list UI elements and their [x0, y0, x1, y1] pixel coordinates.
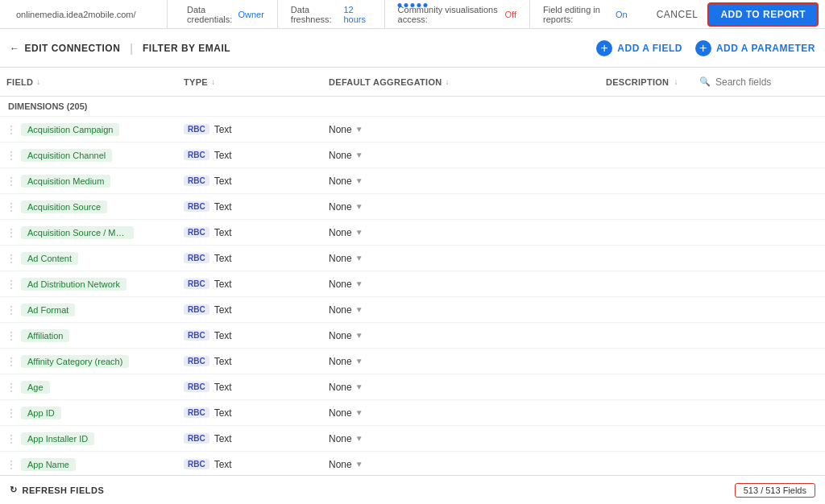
field-tag[interactable]: App Installer ID	[21, 432, 94, 445]
type-badge: RBC	[184, 304, 209, 315]
agg-cell[interactable]: None ▼	[329, 382, 657, 393]
add-report-button[interactable]: ADD TO REPORT	[707, 2, 819, 27]
field-cell: ⋮ Affinity Category (reach)	[6, 355, 184, 368]
agg-cell[interactable]: None ▼	[329, 356, 657, 367]
agg-cell[interactable]: None ▼	[329, 124, 657, 135]
field-tag[interactable]: Acquisition Campaign	[21, 123, 119, 136]
field-cell: ⋮ Acquisition Source	[6, 200, 184, 213]
field-cell: ⋮ App Name	[6, 458, 184, 471]
agg-cell[interactable]: None ▼	[329, 459, 657, 470]
type-badge: RBC	[184, 279, 209, 289]
credentials-meta: Data credentials: Owner	[174, 0, 278, 29]
table-row: ⋮ Acquisition Campaign RBC Text None ▼	[0, 117, 825, 143]
drag-icon[interactable]: ⋮	[6, 253, 16, 264]
type-cell: RBC Text	[184, 227, 329, 238]
drag-icon[interactable]: ⋮	[6, 227, 16, 238]
field-tag[interactable]: Ad Distribution Network	[21, 278, 126, 291]
type-cell: RBC Text	[184, 433, 329, 444]
drag-icon[interactable]: ⋮	[6, 330, 16, 341]
agg-cell[interactable]: None ▼	[329, 227, 657, 238]
agg-value: None	[329, 407, 352, 419]
table-row: ⋮ Acquisition Source / Medi... RBC Text …	[0, 220, 825, 246]
agg-cell[interactable]: None ▼	[329, 253, 657, 264]
field-tag[interactable]: Ad Content	[21, 252, 78, 265]
field-tag[interactable]: Acquisition Medium	[21, 175, 110, 188]
type-cell: RBC Text	[184, 382, 329, 393]
separator: |	[130, 42, 133, 55]
cancel-button[interactable]: CANCEL	[647, 0, 708, 29]
field-tag[interactable]: Affinity Category (reach)	[21, 355, 129, 368]
credentials-value[interactable]: Owner	[238, 10, 263, 19]
agg-col-label: Default Aggregation	[329, 77, 442, 87]
drag-icon[interactable]: ⋮	[6, 459, 16, 470]
type-badge: RBC	[184, 382, 209, 392]
drag-icon[interactable]: ⋮	[6, 124, 16, 135]
dropdown-arrow-icon: ▼	[355, 460, 363, 469]
field-col-header[interactable]: Field ↓	[6, 77, 184, 87]
field-tag[interactable]: Ad Format	[21, 304, 75, 316]
back-button[interactable]: ← EDIT CONNECTION	[10, 43, 120, 54]
drag-icon[interactable]: ⋮	[6, 382, 16, 393]
agg-cell[interactable]: None ▼	[329, 330, 657, 341]
search-input[interactable]	[715, 76, 812, 88]
drag-icon[interactable]: ⋮	[6, 433, 16, 444]
table-row: ⋮ Ad Content RBC Text None ▼	[0, 246, 825, 271]
dropdown-arrow-icon: ▼	[355, 125, 363, 134]
add-parameter-button[interactable]: + ADD A PARAMETER	[695, 40, 815, 56]
field-tag[interactable]: Acquisition Source / Medi...	[21, 226, 134, 239]
dots-indicator	[398, 3, 428, 7]
type-badge: RBC	[184, 433, 209, 444]
type-badge: RBC	[184, 227, 209, 238]
agg-cell[interactable]: None ▼	[329, 304, 657, 316]
drag-icon[interactable]: ⋮	[6, 201, 16, 213]
drag-icon[interactable]: ⋮	[6, 356, 16, 367]
dropdown-arrow-icon: ▼	[355, 279, 363, 288]
drag-icon[interactable]: ⋮	[6, 304, 16, 316]
type-cell: RBC Text	[184, 407, 329, 419]
agg-cell[interactable]: None ▼	[329, 150, 657, 161]
field-tag[interactable]: App ID	[21, 407, 61, 419]
dropdown-arrow-icon: ▼	[355, 382, 363, 391]
type-cell: RBC Text	[184, 459, 329, 470]
table-row: ⋮ Acquisition Medium RBC Text None ▼	[0, 168, 825, 194]
drag-icon[interactable]: ⋮	[6, 150, 16, 161]
type-cell: RBC Text	[184, 201, 329, 213]
freshness-value[interactable]: 12 hours	[343, 5, 371, 24]
agg-cell[interactable]: None ▼	[329, 176, 657, 187]
agg-cell[interactable]: None ▼	[329, 201, 657, 213]
type-text: Text	[214, 459, 232, 470]
field-cell: ⋮ Acquisition Source / Medi...	[6, 226, 184, 239]
freshness-label: Data freshness:	[291, 5, 341, 24]
type-text: Text	[214, 433, 232, 444]
type-sort-icon: ↓	[211, 77, 215, 86]
add-parameter-icon: +	[695, 40, 711, 56]
add-field-button[interactable]: + ADD A FIELD	[596, 40, 682, 56]
type-text: Text	[214, 356, 232, 367]
field-tag[interactable]: Affiliation	[21, 329, 69, 342]
field-cell: ⋮ App ID	[6, 407, 184, 419]
agg-cell[interactable]: None ▼	[329, 407, 657, 419]
field-cell: ⋮ Affiliation	[6, 329, 184, 342]
type-col-header[interactable]: Type ↓	[184, 77, 329, 87]
editing-value[interactable]: On	[616, 10, 628, 19]
table-row: ⋮ App Installer ID RBC Text None ▼	[0, 426, 825, 452]
drag-icon[interactable]: ⋮	[6, 407, 16, 419]
agg-sort-icon: ↓	[446, 77, 450, 86]
type-cell: RBC Text	[184, 176, 329, 187]
field-tag[interactable]: Age	[21, 381, 50, 394]
dropdown-arrow-icon: ▼	[355, 331, 363, 340]
field-cell: ⋮ Acquisition Campaign	[6, 123, 184, 136]
agg-cell[interactable]: None ▼	[329, 433, 657, 444]
type-text: Text	[214, 407, 232, 419]
drag-icon[interactable]: ⋮	[6, 279, 16, 290]
field-tag[interactable]: Acquisition Channel	[21, 149, 112, 162]
community-value[interactable]: Off	[505, 10, 516, 19]
dropdown-arrow-icon: ▼	[355, 202, 363, 211]
agg-cell[interactable]: None ▼	[329, 279, 657, 290]
table-header: Field ↓ Type ↓ Default Aggregation ↓ Des…	[0, 68, 825, 97]
dropdown-arrow-icon: ▼	[355, 254, 363, 262]
drag-icon[interactable]: ⋮	[6, 176, 16, 187]
field-tag[interactable]: App Name	[21, 458, 76, 471]
field-cell: ⋮ App Installer ID	[6, 432, 184, 445]
field-tag[interactable]: Acquisition Source	[21, 200, 107, 213]
